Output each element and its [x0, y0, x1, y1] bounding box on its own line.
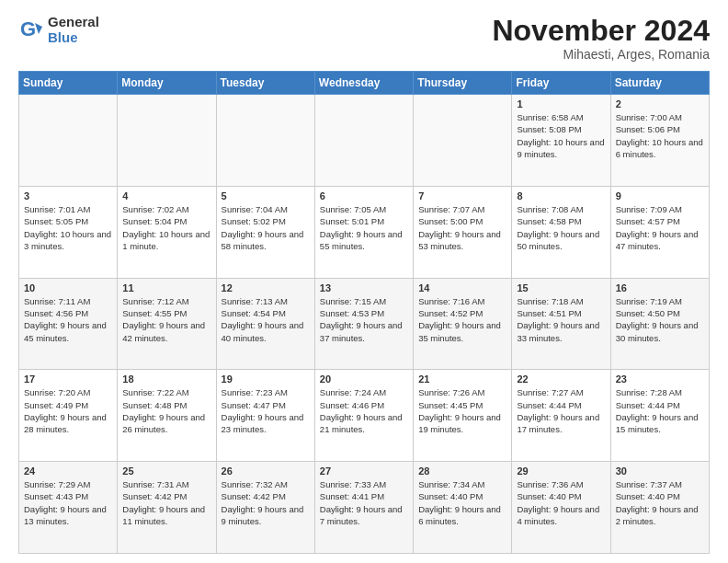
calendar-day-16: 16Sunrise: 7:19 AMSunset: 4:50 PMDayligh…	[610, 278, 709, 370]
day-number: 4	[122, 190, 210, 201]
day-number: 21	[418, 373, 506, 385]
day-info: Sunrise: 7:32 AMSunset: 4:42 PMDaylight:…	[222, 478, 310, 527]
svg-text:G: G	[20, 17, 36, 40]
calendar-day-18: 18Sunrise: 7:22 AMSunset: 4:48 PMDayligh…	[118, 370, 216, 462]
month-title: November 2024	[492, 15, 710, 47]
day-info: Sunrise: 7:37 AMSunset: 4:40 PMDaylight:…	[616, 478, 704, 527]
calendar-day-6: 6Sunrise: 7:05 AMSunset: 5:01 PMDaylight…	[314, 186, 413, 278]
calendar-week-row: 1Sunrise: 6:58 AMSunset: 5:08 PMDaylight…	[19, 95, 710, 187]
day-info: Sunrise: 7:04 AMSunset: 5:02 PMDaylight:…	[222, 203, 310, 252]
calendar-header-thursday: Thursday	[414, 72, 512, 95]
logo-icon: G	[18, 17, 44, 43]
calendar-week-row: 3Sunrise: 7:01 AMSunset: 5:05 PMDaylight…	[19, 186, 710, 278]
day-info: Sunrise: 7:00 AMSunset: 5:06 PMDaylight:…	[616, 111, 704, 160]
calendar-day-5: 5Sunrise: 7:04 AMSunset: 5:02 PMDaylight…	[216, 186, 314, 278]
logo-text: General Blue	[48, 15, 99, 45]
logo: G General Blue	[18, 15, 99, 45]
day-info: Sunrise: 7:22 AMSunset: 4:48 PMDaylight:…	[122, 386, 210, 435]
day-number: 27	[320, 465, 408, 477]
calendar-day-14: 14Sunrise: 7:16 AMSunset: 4:52 PMDayligh…	[414, 278, 512, 370]
day-number: 12	[222, 282, 310, 293]
day-number: 24	[24, 465, 112, 477]
calendar-table: SundayMondayTuesdayWednesdayThursdayFrid…	[18, 71, 710, 554]
day-number: 9	[616, 190, 704, 201]
calendar-header-wednesday: Wednesday	[314, 72, 413, 95]
day-number: 26	[222, 465, 310, 477]
day-info: Sunrise: 7:02 AMSunset: 5:04 PMDaylight:…	[122, 203, 210, 252]
calendar-empty-cell	[19, 95, 118, 187]
location-subtitle: Mihaesti, Arges, Romania	[492, 47, 710, 62]
day-info: Sunrise: 7:13 AMSunset: 4:54 PMDaylight:…	[222, 295, 310, 344]
day-info: Sunrise: 7:29 AMSunset: 4:43 PMDaylight:…	[24, 478, 112, 527]
day-info: Sunrise: 7:05 AMSunset: 5:01 PMDaylight:…	[320, 203, 408, 252]
calendar-day-17: 17Sunrise: 7:20 AMSunset: 4:49 PMDayligh…	[19, 370, 118, 462]
day-info: Sunrise: 7:26 AMSunset: 4:45 PMDaylight:…	[418, 386, 506, 435]
day-number: 16	[616, 282, 704, 293]
day-number: 28	[418, 465, 506, 477]
day-info: Sunrise: 7:07 AMSunset: 5:00 PMDaylight:…	[418, 203, 506, 252]
day-info: Sunrise: 7:24 AMSunset: 4:46 PMDaylight:…	[320, 386, 408, 435]
day-number: 18	[122, 373, 210, 385]
day-number: 5	[222, 190, 310, 201]
day-number: 6	[320, 190, 408, 201]
calendar-day-3: 3Sunrise: 7:01 AMSunset: 5:05 PMDaylight…	[19, 186, 118, 278]
day-number: 30	[616, 465, 704, 477]
calendar-day-1: 1Sunrise: 6:58 AMSunset: 5:08 PMDaylight…	[512, 95, 610, 187]
calendar-header-sunday: Sunday	[19, 72, 118, 95]
day-info: Sunrise: 7:36 AMSunset: 4:40 PMDaylight:…	[517, 478, 605, 527]
calendar-header-tuesday: Tuesday	[216, 72, 314, 95]
calendar-day-22: 22Sunrise: 7:27 AMSunset: 4:44 PMDayligh…	[512, 370, 610, 462]
calendar-day-30: 30Sunrise: 7:37 AMSunset: 4:40 PMDayligh…	[610, 462, 709, 554]
day-info: Sunrise: 7:09 AMSunset: 4:57 PMDaylight:…	[616, 203, 704, 252]
day-info: Sunrise: 7:31 AMSunset: 4:42 PMDaylight:…	[122, 478, 210, 527]
day-number: 11	[122, 282, 210, 293]
calendar-day-27: 27Sunrise: 7:33 AMSunset: 4:41 PMDayligh…	[314, 462, 413, 554]
calendar-header-row: SundayMondayTuesdayWednesdayThursdayFrid…	[19, 72, 710, 95]
day-number: 19	[222, 373, 310, 385]
day-number: 8	[517, 190, 605, 201]
day-info: Sunrise: 7:16 AMSunset: 4:52 PMDaylight:…	[418, 295, 506, 344]
calendar-day-11: 11Sunrise: 7:12 AMSunset: 4:55 PMDayligh…	[118, 278, 216, 370]
day-info: Sunrise: 7:20 AMSunset: 4:49 PMDaylight:…	[24, 386, 112, 435]
day-number: 13	[320, 282, 408, 293]
calendar-header-friday: Friday	[512, 72, 610, 95]
day-number: 15	[517, 282, 605, 293]
day-number: 1	[517, 98, 605, 109]
day-info: Sunrise: 7:27 AMSunset: 4:44 PMDaylight:…	[517, 386, 605, 435]
day-info: Sunrise: 7:12 AMSunset: 4:55 PMDaylight:…	[122, 295, 210, 344]
calendar-empty-cell	[314, 95, 413, 187]
calendar-day-9: 9Sunrise: 7:09 AMSunset: 4:57 PMDaylight…	[610, 186, 709, 278]
calendar-week-row: 17Sunrise: 7:20 AMSunset: 4:49 PMDayligh…	[19, 370, 710, 462]
calendar-header-saturday: Saturday	[610, 72, 709, 95]
day-number: 17	[24, 373, 112, 385]
title-block: November 2024 Mihaesti, Arges, Romania	[492, 15, 710, 62]
day-number: 20	[320, 373, 408, 385]
day-info: Sunrise: 6:58 AMSunset: 5:08 PMDaylight:…	[517, 111, 605, 160]
calendar-day-19: 19Sunrise: 7:23 AMSunset: 4:47 PMDayligh…	[216, 370, 314, 462]
day-info: Sunrise: 7:15 AMSunset: 4:53 PMDaylight:…	[320, 295, 408, 344]
day-info: Sunrise: 7:23 AMSunset: 4:47 PMDaylight:…	[222, 386, 310, 435]
day-number: 10	[24, 282, 112, 293]
calendar-week-row: 10Sunrise: 7:11 AMSunset: 4:56 PMDayligh…	[19, 278, 710, 370]
calendar-day-29: 29Sunrise: 7:36 AMSunset: 4:40 PMDayligh…	[512, 462, 610, 554]
calendar-header-monday: Monday	[118, 72, 216, 95]
day-number: 2	[616, 98, 704, 109]
day-info: Sunrise: 7:08 AMSunset: 4:58 PMDaylight:…	[517, 203, 605, 252]
calendar-day-15: 15Sunrise: 7:18 AMSunset: 4:51 PMDayligh…	[512, 278, 610, 370]
calendar-day-28: 28Sunrise: 7:34 AMSunset: 4:40 PMDayligh…	[414, 462, 512, 554]
day-number: 23	[616, 373, 704, 385]
day-number: 3	[24, 190, 112, 201]
header: G General Blue November 2024 Mihaesti, A…	[18, 15, 710, 62]
day-info: Sunrise: 7:34 AMSunset: 4:40 PMDaylight:…	[418, 478, 506, 527]
calendar-day-8: 8Sunrise: 7:08 AMSunset: 4:58 PMDaylight…	[512, 186, 610, 278]
calendar-empty-cell	[118, 95, 216, 187]
day-info: Sunrise: 7:01 AMSunset: 5:05 PMDaylight:…	[24, 203, 112, 252]
calendar-empty-cell	[414, 95, 512, 187]
day-number: 7	[418, 190, 506, 201]
day-info: Sunrise: 7:19 AMSunset: 4:50 PMDaylight:…	[616, 295, 704, 344]
day-number: 22	[517, 373, 605, 385]
calendar-empty-cell	[216, 95, 314, 187]
calendar-week-row: 24Sunrise: 7:29 AMSunset: 4:43 PMDayligh…	[19, 462, 710, 554]
calendar-day-26: 26Sunrise: 7:32 AMSunset: 4:42 PMDayligh…	[216, 462, 314, 554]
day-info: Sunrise: 7:33 AMSunset: 4:41 PMDaylight:…	[320, 478, 408, 527]
